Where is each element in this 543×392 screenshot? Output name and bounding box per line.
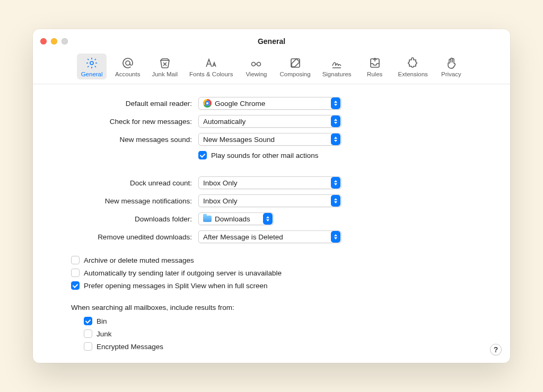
font-icon — [205, 57, 217, 69]
checkbox-archive-muted[interactable] — [71, 256, 80, 264]
select-value: New Messages Sound — [203, 136, 275, 144]
chevron-updown-icon — [331, 231, 340, 243]
options-stack: Archive or delete muted messages Automat… — [71, 256, 494, 290]
signature-icon — [330, 57, 343, 69]
folder-icon — [203, 216, 212, 222]
close-icon[interactable] — [40, 38, 47, 44]
tab-label: Extensions — [398, 71, 428, 77]
zoom-icon[interactable] — [62, 38, 68, 44]
select-default-reader[interactable]: Google Chrome — [198, 97, 341, 110]
tab-label: Accounts — [115, 71, 140, 77]
toolbar: General Accounts Junk Mail Fonts & Colou… — [33, 54, 510, 84]
tab-accounts[interactable]: Accounts — [112, 54, 143, 79]
chevron-updown-icon — [263, 213, 273, 225]
tab-label: Composing — [279, 71, 310, 77]
select-value: Downloads — [215, 215, 250, 223]
glasses-icon — [250, 57, 262, 69]
puzzle-icon — [407, 57, 419, 69]
tab-signatures[interactable]: Signatures — [319, 54, 355, 79]
label-check-messages: Check for new messages: — [49, 118, 192, 126]
select-value: Google Chrome — [215, 100, 265, 108]
tab-extensions[interactable]: Extensions — [395, 54, 431, 79]
select-notifications[interactable]: Inbox Only — [198, 194, 341, 207]
tab-label: Junk Mail — [152, 71, 178, 77]
chevron-updown-icon — [331, 97, 340, 109]
tab-label: Signatures — [322, 71, 352, 77]
tab-general[interactable]: General — [77, 54, 107, 79]
checkbox-play-sounds[interactable] — [198, 151, 207, 159]
label-remove-downloads: Remove unedited downloads: — [49, 233, 192, 241]
settings-form: Default email reader: Google Chrome Chec… — [49, 97, 494, 243]
tab-fonts-colours[interactable]: Fonts & Colours — [186, 54, 236, 79]
content-area: Default email reader: Google Chrome Chec… — [33, 84, 510, 361]
label-new-sound: New messages sound: — [49, 136, 192, 144]
chevron-updown-icon — [331, 115, 340, 127]
select-value: Inbox Only — [203, 179, 238, 187]
select-check-messages[interactable]: Automatically — [198, 115, 341, 128]
svg-point-2 — [252, 63, 256, 66]
row-split-view: Prefer opening messages in Split View wh… — [71, 281, 494, 290]
chevron-updown-icon — [331, 133, 340, 145]
chevron-updown-icon — [331, 195, 340, 207]
window-title: General — [33, 37, 510, 46]
select-value: After Message is Deleted — [203, 233, 283, 241]
row-search-bin: Bin — [84, 317, 494, 325]
hand-icon — [445, 57, 458, 69]
label-downloads-folder: Downloads folder: — [49, 215, 192, 223]
help-button[interactable]: ? — [490, 344, 502, 355]
select-remove-downloads[interactable]: After Message is Deleted — [198, 230, 341, 243]
select-downloads-folder[interactable]: Downloads — [198, 212, 274, 225]
row-retry-send: Automatically try sending later if outgo… — [71, 269, 494, 277]
row-archive-muted: Archive or delete muted messages — [71, 256, 494, 264]
select-value: Inbox Only — [203, 197, 238, 205]
select-new-sound[interactable]: New Messages Sound — [198, 133, 341, 146]
select-dock-unread[interactable]: Inbox Only — [198, 176, 341, 189]
row-search-junk: Junk — [84, 329, 494, 338]
gear-icon — [85, 57, 98, 69]
label-dock-unread: Dock unread count: — [49, 179, 192, 187]
at-sign-icon — [121, 57, 134, 69]
checkbox-search-bin[interactable] — [84, 317, 92, 325]
trash-icon — [159, 57, 171, 69]
tab-label: General — [81, 71, 103, 77]
search-options-stack: Bin Junk Encrypted Messages — [84, 317, 494, 351]
svg-point-1 — [126, 61, 130, 65]
label-notifications: New message notifications: — [49, 197, 192, 205]
tab-viewing[interactable]: Viewing — [241, 54, 271, 79]
tab-privacy[interactable]: Privacy — [436, 54, 466, 79]
checkbox-label: Prefer opening messages in Split View wh… — [84, 282, 267, 290]
row-search-encrypted: Encrypted Messages — [84, 342, 494, 351]
tab-label: Viewing — [246, 71, 267, 77]
chrome-icon — [203, 99, 212, 108]
inbox-icon — [369, 57, 381, 69]
tab-label: Fonts & Colours — [189, 71, 233, 77]
checkbox-label: Archive or delete muted messages — [84, 256, 194, 264]
row-play-sounds: Play sounds for other mail actions — [198, 151, 494, 159]
label-default-reader: Default email reader: — [49, 100, 192, 108]
tab-junk-mail[interactable]: Junk Mail — [148, 54, 181, 79]
checkbox-label: Play sounds for other mail actions — [211, 152, 319, 159]
checkbox-label: Encrypted Messages — [97, 343, 163, 351]
checkbox-label: Automatically try sending later if outgo… — [84, 269, 282, 277]
svg-point-0 — [90, 61, 93, 65]
titlebar: General — [33, 29, 510, 54]
preferences-window: General General Accounts Junk Mail Fonts… — [33, 29, 510, 363]
chevron-updown-icon — [331, 177, 340, 189]
checkbox-search-encrypted[interactable] — [84, 342, 92, 351]
tab-composing[interactable]: Composing — [276, 54, 313, 79]
checkbox-split-view[interactable] — [71, 281, 80, 290]
tab-rules[interactable]: Rules — [360, 54, 390, 79]
checkbox-search-junk[interactable] — [84, 329, 92, 338]
search-section-heading: When searching all mailboxes, include re… — [71, 304, 494, 311]
tab-label: Privacy — [441, 71, 461, 77]
compose-icon — [289, 57, 302, 69]
minimize-icon[interactable] — [51, 38, 57, 44]
checkbox-retry-send[interactable] — [71, 269, 80, 277]
checkbox-label: Junk — [97, 330, 112, 338]
window-controls — [40, 38, 68, 44]
svg-point-3 — [257, 63, 261, 66]
tab-label: Rules — [367, 71, 382, 77]
select-value: Automatically — [203, 118, 246, 126]
checkbox-label: Bin — [97, 317, 107, 325]
